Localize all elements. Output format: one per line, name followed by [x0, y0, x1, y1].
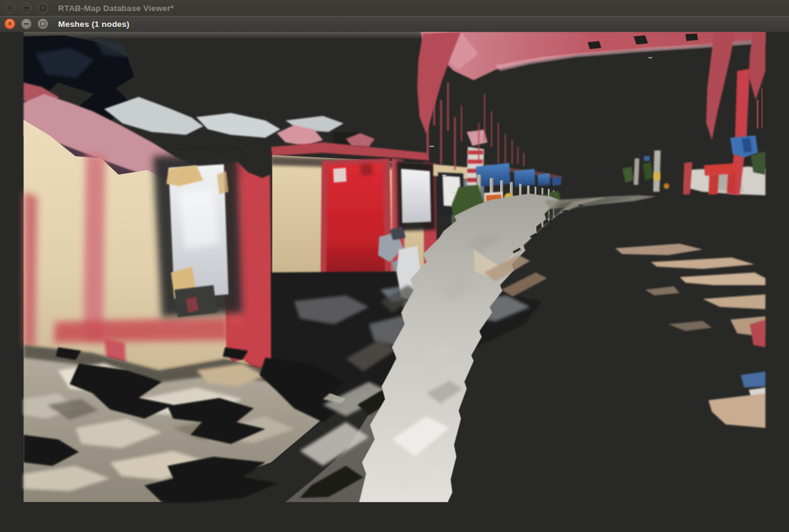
window-title-meshes: Meshes (1 nodes) — [58, 20, 129, 29]
close-icon[interactable]: × — [4, 18, 15, 29]
rtabmap-app-window: × RTAB-Map Database Viewer* × Meshes (1 … — [0, 0, 789, 532]
minimize-icon[interactable] — [21, 2, 32, 13]
minimize-icon[interactable] — [21, 18, 32, 29]
maximize-icon[interactable] — [37, 2, 48, 13]
mesh-3d-viewport[interactable] — [0, 32, 789, 532]
window-title-database-viewer: RTAB-Map Database Viewer* — [58, 4, 174, 13]
titlebar-meshes[interactable]: × Meshes (1 nodes) — [0, 16, 789, 32]
maximize-icon[interactable] — [37, 18, 48, 29]
titlebar-database-viewer[interactable]: × RTAB-Map Database Viewer* — [0, 0, 789, 17]
window-controls: × — [4, 18, 48, 29]
left-window-mesh — [153, 152, 242, 317]
window-controls: × — [4, 2, 48, 13]
close-icon[interactable]: × — [4, 2, 15, 13]
